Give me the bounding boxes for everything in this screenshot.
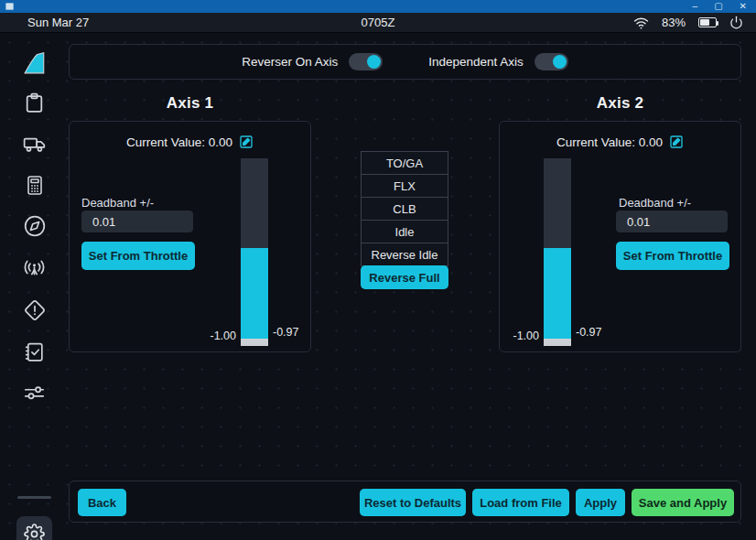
axis2-gauge-marker [544, 339, 571, 346]
app-logo-icon [21, 49, 49, 77]
axis1-gauge-fill [241, 248, 268, 338]
detent-flx-button[interactable]: FLX [361, 174, 448, 198]
axis2-gauge-threshold-label: -0.97 [576, 326, 602, 339]
detent-toga-button[interactable]: TO/GA [361, 151, 448, 175]
apply-button[interactable]: Apply [576, 489, 625, 516]
power-icon[interactable] [729, 16, 743, 29]
window-close-button[interactable]: ✕ [740, 0, 747, 13]
reverser-on-axis-toggle[interactable] [349, 53, 383, 70]
axis1-gauge [241, 158, 268, 346]
gear-icon [24, 524, 45, 540]
sidebar-item-radio[interactable] [21, 254, 49, 281]
axis2-gauge-fill [544, 248, 571, 338]
sidebar-divider [17, 496, 51, 499]
battery-icon [698, 17, 717, 27]
footer-action-bar: Back Reset to Defaults Load from File Ap… [69, 481, 741, 523]
back-button[interactable]: Back [78, 489, 126, 516]
load-from-file-button[interactable]: Load from File [472, 489, 569, 516]
axis1-edit-icon[interactable] [239, 135, 254, 149]
axis2-gauge-min-label: -1.00 [500, 329, 539, 342]
independent-axis-label: Independent Axis [428, 55, 524, 69]
sidebar-nav [0, 33, 69, 540]
axis1-current-value: Current Value: 0.00 [126, 135, 232, 149]
axis1-set-from-throttle-button[interactable]: Set From Throttle [81, 242, 195, 270]
axis2-current-value: Current Value: 0.00 [556, 135, 663, 149]
wifi-icon [633, 16, 649, 29]
axis1-title: Axis 1 [69, 94, 311, 113]
sidebar-item-calculator[interactable] [21, 171, 49, 199]
axis1-gauge-min-label: -1.00 [189, 329, 236, 342]
axis2-title: Axis 2 [499, 94, 741, 113]
axis2-gauge [544, 158, 571, 346]
sidebar-item-warning[interactable] [21, 297, 49, 324]
sidebar-item-clipboard[interactable] [21, 89, 49, 116]
sidebar-item-settings[interactable] [16, 516, 52, 540]
sidebar-item-compass[interactable] [21, 212, 49, 240]
window-titlebar: – ▢ ✕ [0, 0, 756, 13]
sidebar-item-pushback-truck[interactable] [21, 130, 49, 157]
independent-axis-toggle[interactable] [535, 53, 568, 70]
axis2-panel: Current Value: 0.00 -1.00 -0.97 Deadband… [499, 121, 741, 352]
axis1-deadband-input[interactable] [81, 211, 193, 232]
axis1-gauge-threshold-label: -0.97 [273, 326, 299, 339]
save-and-apply-button[interactable]: Save and Apply [632, 489, 734, 516]
battery-percentage: 83% [662, 16, 686, 29]
detent-idle-button[interactable]: Idle [361, 220, 448, 243]
axis2-deadband-input[interactable] [616, 211, 728, 232]
axis2-edit-icon[interactable] [669, 135, 684, 149]
detent-reverse-idle-button[interactable]: Reverse Idle [361, 243, 448, 266]
axis1-deadband-label: Deadband +/- [81, 196, 154, 210]
window-maximize-button[interactable]: ▢ [714, 0, 722, 13]
app-window-icon [5, 3, 14, 10]
sidebar-item-checklist[interactable] [21, 338, 49, 365]
status-bar: Sun Mar 27 0705Z 83% [0, 13, 756, 33]
axis1-panel: Current Value: 0.00 Deadband +/- Set Fro… [69, 121, 311, 352]
detent-clb-button[interactable]: CLB [361, 197, 448, 221]
axis1-gauge-marker [241, 339, 268, 346]
axis2-set-from-throttle-button[interactable]: Set From Throttle [616, 242, 729, 270]
reset-to-defaults-button[interactable]: Reset to Defaults [360, 489, 466, 516]
reverser-on-axis-label: Reverser On Axis [242, 55, 338, 69]
detent-reverse-full-button[interactable]: Reverse Full [361, 265, 448, 289]
axis2-deadband-label: Deadband +/- [619, 196, 691, 210]
throttle-calibration-app: – ▢ ✕ Sun Mar 27 0705Z 83% [0, 0, 756, 540]
window-minimize-button[interactable]: – [693, 0, 698, 13]
sidebar-item-sliders[interactable] [21, 379, 49, 406]
detent-button-stack: TO/GA FLX CLB Idle Reverse Idle Reverse … [361, 151, 448, 289]
axis-options-bar: Reverser On Axis Independent Axis [69, 44, 741, 80]
